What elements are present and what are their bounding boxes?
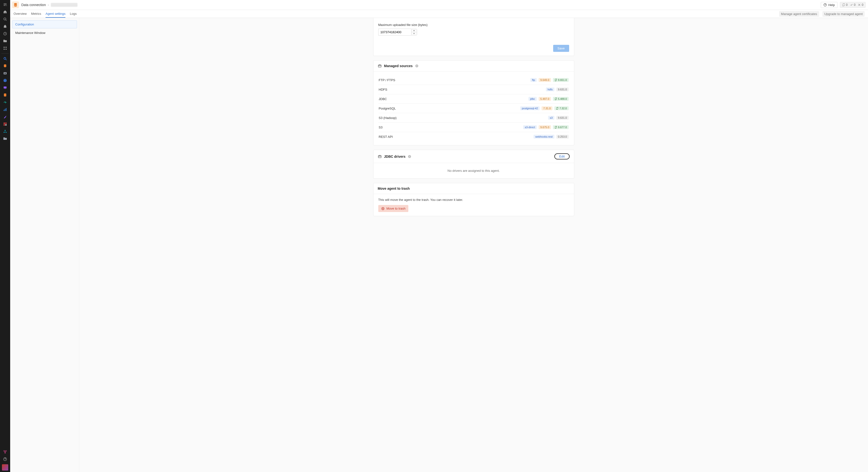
source-available-version-pill[interactable]: 9.677.0 <box>553 125 569 129</box>
sidemenu-item-configuration[interactable]: Configuration <box>12 20 77 28</box>
source-row[interactable]: JDBCjdbc5.487.05.488.0 <box>378 94 569 104</box>
spinner-up-button[interactable]: ▲ <box>411 29 417 32</box>
source-row[interactable]: FTP / FTPSftp9.649.09.651.0 <box>378 76 569 85</box>
help-icon[interactable]: ? <box>415 64 418 68</box>
rail-network-icon[interactable] <box>0 128 10 135</box>
help-button[interactable]: Help <box>821 2 837 8</box>
rail-search2-icon[interactable] <box>0 55 10 62</box>
svg-rect-5 <box>6 49 6 50</box>
rail-home-icon[interactable] <box>0 8 10 16</box>
rail-wand-icon[interactable] <box>0 113 10 120</box>
source-row[interactable]: S3 (Hadoop)s39.631.0 <box>378 113 569 122</box>
source-protocol-pill: s3-direct <box>523 125 537 129</box>
spinner-down-button[interactable]: ▼ <box>411 32 417 35</box>
status-chip: 0 0 0 <box>840 2 866 8</box>
source-row[interactable]: HDFShdfs9.631.0 <box>378 85 569 94</box>
source-protocol-pill: postgresql-42 <box>520 107 540 110</box>
source-current-version-pill: 9.649.0 <box>538 78 551 82</box>
source-available-version-pill[interactable]: 5.488.0 <box>553 97 569 101</box>
svg-rect-17 <box>5 123 6 124</box>
svg-rect-13 <box>4 110 4 111</box>
rail-folder-icon[interactable] <box>0 37 10 45</box>
tab-overview[interactable]: Overview <box>13 10 27 18</box>
rail-apps-icon[interactable] <box>0 45 10 52</box>
source-current-version-pill: 5.487.0 <box>538 97 551 101</box>
rail-bell-icon[interactable] <box>0 23 10 30</box>
managed-sources-card: Managed sources ? FTP / FTPSftp9.649.09.… <box>373 60 574 145</box>
source-current-version-pill: 7.31.0 <box>541 107 552 110</box>
rail-graph-icon[interactable] <box>0 448 10 455</box>
rail-blocks-icon[interactable] <box>0 120 10 128</box>
source-available-version-pill[interactable]: 7.32.0 <box>554 107 569 110</box>
trash-title: Move agent to trash <box>373 183 574 194</box>
svg-point-9 <box>5 73 6 74</box>
source-current-version-pill: 9.675.0 <box>538 125 551 129</box>
source-protocol-pill: hdfs <box>546 87 554 91</box>
trash-card: Move agent to trash This will move the a… <box>373 183 574 216</box>
rail-avatar[interactable] <box>2 464 8 471</box>
tabs-bar: OverviewMetricsAgent settingsLogs Manage… <box>10 10 868 18</box>
rail-chart-icon[interactable] <box>0 106 10 113</box>
rail-collapse-icon[interactable] <box>0 1 10 8</box>
source-protocol-pill: jdbc <box>528 97 537 101</box>
source-available-version-pill[interactable]: 9.651.0 <box>553 78 569 82</box>
svg-rect-10 <box>4 87 6 88</box>
rail-monitor-icon[interactable] <box>0 84 10 91</box>
svg-point-25 <box>5 452 6 453</box>
trash-button-label: Move to trash <box>386 207 406 210</box>
source-name: S3 (Hadoop) <box>379 116 397 120</box>
rail-history-icon[interactable] <box>0 30 10 37</box>
status-sync: 0 <box>842 3 848 6</box>
rail-search-icon[interactable] <box>0 16 10 23</box>
max-file-size-input[interactable] <box>378 29 411 36</box>
rail-help-icon[interactable] <box>0 455 10 463</box>
source-current-version-pill: 9.631.0 <box>556 116 569 120</box>
source-name: HDFS <box>379 88 387 91</box>
package-icon <box>378 155 382 158</box>
source-row[interactable]: REST APIwebhooks-rest0.253.0 <box>378 132 569 141</box>
rail-database-icon[interactable] <box>0 62 10 69</box>
package-icon <box>378 64 382 68</box>
svg-text:?: ? <box>416 65 417 67</box>
rail-folder2-icon[interactable] <box>0 135 10 142</box>
rail-database2-icon[interactable] <box>0 91 10 99</box>
content-scroll[interactable]: Maximum uploaded file size (bytes) ▲ ▼ S… <box>79 18 868 472</box>
save-button[interactable]: Save <box>553 45 569 52</box>
source-row[interactable]: PostgreSQLpostgresql-427.31.07.32.0 <box>378 104 569 113</box>
svg-rect-18 <box>4 124 5 125</box>
svg-point-20 <box>5 130 6 131</box>
number-spinner: ▲ ▼ <box>411 29 417 35</box>
source-name: JDBC <box>379 97 387 101</box>
app-logo[interactable] <box>12 1 19 8</box>
trash-description: This will move the agent to the trash. Y… <box>378 198 569 202</box>
tab-logs[interactable]: Logs <box>70 10 76 18</box>
upload-label: Maximum uploaded file size (bytes) <box>378 23 569 27</box>
tab-agent-settings[interactable]: Agent settings <box>45 10 65 18</box>
drivers-empty-text: No drivers are assigned to this agent. <box>378 167 569 174</box>
tab-metrics[interactable]: Metrics <box>31 10 41 18</box>
link-manage-certificates[interactable]: Manage agent certificates <box>779 11 819 17</box>
managed-sources-title: Managed sources <box>384 64 413 68</box>
side-menu: ConfigurationMaintenance Window <box>10 18 79 472</box>
edit-drivers-button[interactable]: Edit <box>554 153 569 159</box>
status-check: 0 <box>850 3 856 6</box>
breadcrumb-root[interactable]: Data connection <box>21 3 46 7</box>
svg-rect-4 <box>4 49 5 50</box>
svg-rect-32 <box>378 155 381 158</box>
rail-cube-icon[interactable] <box>0 77 10 84</box>
source-row[interactable]: S3s3-direct9.675.09.677.0 <box>378 122 569 132</box>
status-close: 0 <box>858 3 863 6</box>
link-upgrade-agent[interactable]: Upgrade to managed agent <box>823 11 865 17</box>
svg-rect-16 <box>4 123 5 124</box>
svg-rect-29 <box>378 65 381 67</box>
move-to-trash-button[interactable]: Move to trash <box>378 205 409 212</box>
source-protocol-pill: webhooks-rest <box>533 135 554 139</box>
source-name: PostgreSQL <box>379 107 396 110</box>
help-icon[interactable]: ? <box>408 155 411 158</box>
chevron-right-icon: › <box>48 3 49 7</box>
rail-pipeline-icon[interactable] <box>0 99 10 106</box>
sidemenu-item-maintenance-window[interactable]: Maintenance Window <box>12 29 77 37</box>
rail-camera-icon[interactable] <box>0 69 10 77</box>
source-protocol-pill: ftp <box>530 78 537 82</box>
svg-text:?: ? <box>409 155 410 157</box>
